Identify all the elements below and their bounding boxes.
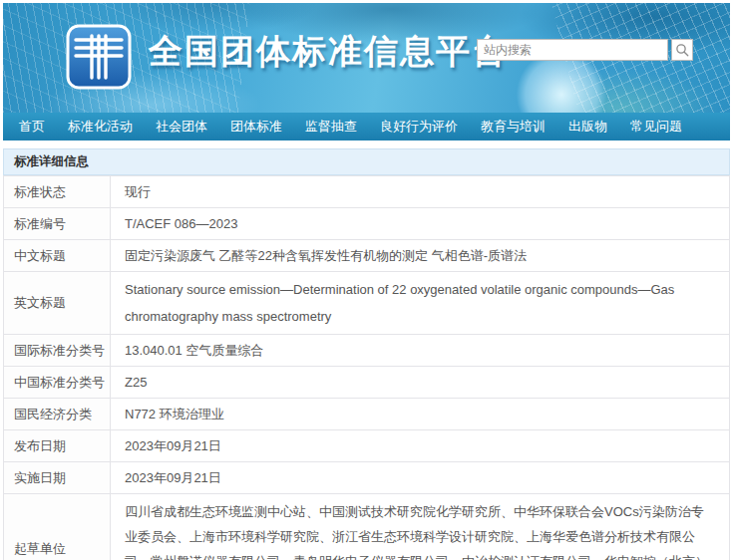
row-label: 中国标准分类号: [4, 367, 111, 399]
nav-item-standards[interactable]: 团体标准: [230, 118, 282, 136]
table-row-ccs: 中国标准分类号 Z25: [4, 367, 730, 399]
row-label: 英文标题: [4, 272, 111, 335]
table-row-cn-title: 中文标题 固定污染源废气 乙醛等22种含氧挥发性有机物的测定 气相色谱-质谱法: [4, 240, 730, 272]
row-value: Z25: [111, 367, 730, 399]
row-value: 四川省成都生态环境监测中心站、中国测试技术研究院化学研究所、中华环保联合会VOC…: [111, 494, 730, 560]
site-title: 全国团体标准信息平台: [149, 29, 508, 75]
table-row-en-title: 英文标题 Stationary source emission—Determin…: [4, 272, 730, 335]
row-value: Stationary source emission—Determination…: [111, 272, 730, 335]
row-label: 中文标题: [4, 240, 111, 272]
nav-item-activities[interactable]: 标准化活动: [68, 118, 133, 136]
page: 全国团体标准信息平台 首页 标准化活动 社会团体 团体标准 监督抽查 良好行为评…: [0, 0, 735, 560]
nav-item-training[interactable]: 教育与培训: [481, 118, 546, 136]
nav-item-evaluation[interactable]: 良好行为评价: [380, 118, 458, 136]
row-label: 发布日期: [4, 430, 111, 462]
nav-item-supervision[interactable]: 监督抽查: [305, 118, 357, 136]
section-title: 标准详细信息: [3, 148, 730, 175]
main-nav: 首页 标准化活动 社会团体 团体标准 监督抽查 良好行为评价 教育与培训 出版物…: [3, 113, 730, 140]
table-row-status: 标准状态 现行: [4, 176, 730, 208]
table-row-ics: 国际标准分类号 13.040.01 空气质量综合: [4, 335, 730, 367]
search-button[interactable]: [671, 39, 693, 61]
table-row-publish-date: 发布日期 2023年09月21日: [4, 430, 730, 462]
row-value: 现行: [111, 176, 730, 208]
search-input[interactable]: [477, 39, 668, 61]
standard-detail-panel: 标准详细信息 标准状态 现行 标准编号 T/ACEF 086—2023 中文标题…: [3, 148, 730, 560]
table-row-number: 标准编号 T/ACEF 086—2023: [4, 208, 730, 240]
nav-item-publications[interactable]: 出版物: [568, 118, 607, 136]
table-row-drafting-units: 起草单位 四川省成都生态环境监测中心站、中国测试技术研究院化学研究所、中华环保联…: [4, 494, 730, 560]
site-logo[interactable]: [65, 23, 133, 91]
site-header: 全国团体标准信息平台: [3, 3, 730, 113]
nav-item-societies[interactable]: 社会团体: [156, 118, 207, 136]
group-standard-logo-icon: [65, 23, 133, 91]
row-label: 国际标准分类号: [4, 335, 111, 367]
detail-table: 标准状态 现行 标准编号 T/ACEF 086—2023 中文标题 固定污染源废…: [3, 175, 730, 560]
row-label: 起草单位: [4, 494, 111, 560]
nav-item-faq[interactable]: 常见问题: [630, 118, 682, 136]
row-label: 国民经济分类: [4, 399, 111, 430]
row-value: 2023年09月21日: [111, 462, 730, 494]
nav-item-home[interactable]: 首页: [19, 118, 45, 136]
row-value: 2023年09月21日: [111, 430, 730, 462]
table-row-implement-date: 实施日期 2023年09月21日: [4, 462, 730, 494]
row-label: 标准状态: [4, 176, 111, 208]
row-value: 13.040.01 空气质量综合: [111, 335, 730, 367]
row-label: 标准编号: [4, 208, 111, 240]
row-value: 固定污染源废气 乙醛等22种含氧挥发性有机物的测定 气相色谱-质谱法: [111, 240, 730, 272]
row-value: T/ACEF 086—2023: [111, 208, 730, 240]
search-icon: [675, 43, 690, 58]
table-row-economy-class: 国民经济分类 N772 环境治理业: [4, 399, 730, 430]
search-bar: [477, 39, 693, 61]
row-value: N772 环境治理业: [111, 399, 730, 430]
row-label: 实施日期: [4, 462, 111, 494]
